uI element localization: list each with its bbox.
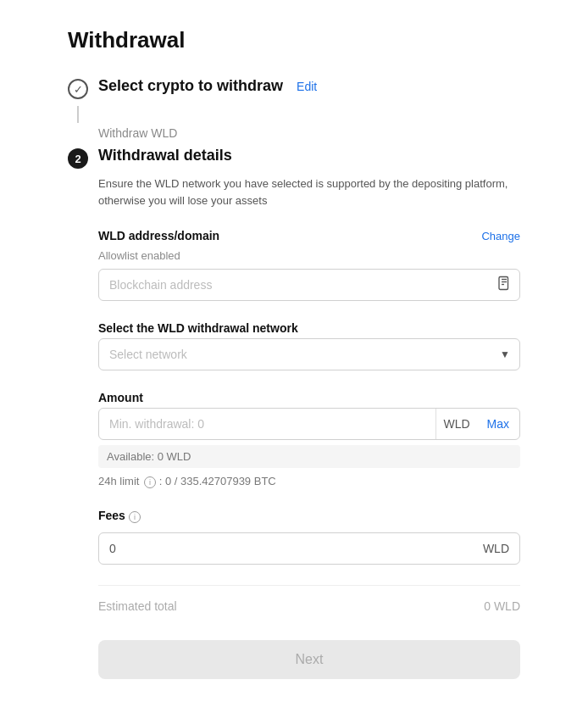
available-text: Available: 0 WLD — [98, 445, 520, 468]
address-sublabel: Allowlist enabled — [98, 249, 520, 262]
amount-input-wrapper: WLD Max — [98, 408, 520, 440]
limit-text: 24h limit i : 0 / 335.42707939 BTC — [98, 475, 520, 488]
fees-input-wrapper: WLD — [98, 532, 520, 565]
amount-section: Amount WLD Max Available: 0 WLD 24h limi… — [98, 391, 520, 488]
step1-check-icon: ✓ — [68, 79, 88, 99]
step2-warning: Ensure the WLD network you have selected… — [98, 175, 520, 209]
amount-currency: WLD — [435, 409, 476, 439]
step1-indicator: ✓ — [68, 79, 88, 99]
address-input[interactable] — [98, 269, 520, 301]
step1-row: ✓ Select crypto to withdraw Edit — [68, 77, 520, 99]
amount-input[interactable] — [99, 409, 435, 439]
estimated-row: Estimated total 0 WLD — [98, 585, 520, 627]
fees-label: Fees — [98, 509, 125, 522]
step1-header: Select crypto to withdraw Edit — [98, 77, 520, 95]
network-section: Select the WLD withdrawal network Select… — [98, 321, 520, 370]
estimated-value: 0 WLD — [484, 599, 520, 613]
step2-content: Ensure the WLD network you have selected… — [98, 175, 520, 679]
step2-title: Withdrawal details — [98, 147, 232, 164]
step2-header-content: Withdrawal details — [98, 147, 520, 164]
fees-label-row: Fees i — [98, 509, 520, 526]
limit-info-icon[interactable]: i — [144, 476, 156, 488]
fees-input[interactable] — [99, 533, 473, 564]
max-button[interactable]: Max — [477, 409, 519, 439]
step-connector — [77, 106, 79, 123]
fees-section: Fees i WLD — [98, 509, 520, 565]
page-title: Withdrawal — [68, 27, 520, 53]
address-change-link[interactable]: Change — [481, 230, 520, 242]
address-label: WLD address/domain — [98, 229, 219, 242]
step1-edit-link[interactable]: Edit — [297, 80, 317, 93]
address-label-row: WLD address/domain Change — [98, 229, 520, 246]
network-select-wrapper: Select network ▼ — [98, 338, 520, 370]
address-input-wrapper — [98, 269, 520, 301]
estimated-label: Estimated total — [98, 599, 177, 613]
step2-number-badge: 2 — [68, 148, 88, 169]
address-section: WLD address/domain Change Allowlist enab… — [98, 229, 520, 301]
step2-indicator: 2 — [68, 148, 88, 169]
network-label: Select the WLD withdrawal network — [98, 321, 520, 335]
step1-title: Select crypto to withdraw — [98, 77, 283, 95]
network-select[interactable]: Select network — [98, 338, 520, 370]
fees-info-icon[interactable]: i — [129, 511, 141, 523]
step1-content: Select crypto to withdraw Edit — [98, 77, 520, 95]
amount-label: Amount — [98, 391, 520, 404]
step2-row: 2 Withdrawal details — [68, 147, 520, 169]
step1-subtitle: Withdraw WLD — [98, 126, 520, 140]
next-button[interactable]: Next — [98, 640, 520, 679]
fees-currency: WLD — [473, 533, 519, 564]
